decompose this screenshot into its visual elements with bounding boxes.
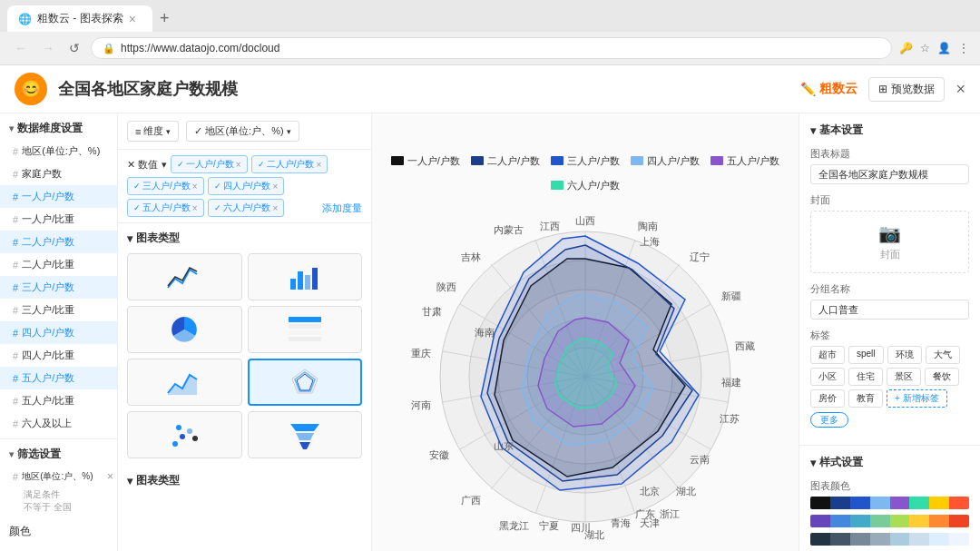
list-item[interactable]: # 三人户/比重 xyxy=(0,299,117,321)
chart-type-pie[interactable] xyxy=(127,306,242,353)
active-tab[interactable]: 🌐 粗数云 - 图表探索 × xyxy=(7,5,152,32)
list-item[interactable]: # 五人户/户数 xyxy=(0,367,117,389)
chart-type-table[interactable] xyxy=(248,306,363,353)
chart-type-label-2: 图表类型 xyxy=(136,473,180,488)
tag-item[interactable]: 超市 xyxy=(810,346,845,364)
cover-upload-area[interactable]: 📷 封面 xyxy=(810,211,969,273)
color-palette-3[interactable] xyxy=(810,533,969,546)
chart-type-radar[interactable] xyxy=(248,359,363,406)
style-title-label: 样式设置 xyxy=(819,455,863,470)
tab-title: 粗数云 - 图表探索 xyxy=(37,11,123,26)
list-item[interactable]: # 家庭户数 xyxy=(0,162,117,185)
tag-item[interactable]: 餐饮 xyxy=(925,368,959,386)
svg-text:四川: 四川 xyxy=(571,522,591,533)
svg-rect-3 xyxy=(312,268,318,290)
legend-item: 五人户/户数 xyxy=(710,154,779,168)
chart-type-funnel[interactable] xyxy=(248,411,363,458)
svg-rect-5 xyxy=(289,317,321,322)
tag-item[interactable]: 大气 xyxy=(926,346,960,364)
address-input[interactable]: 🔒 https://www.dataojo.com/docloud xyxy=(91,37,892,59)
category-input[interactable] xyxy=(810,300,969,320)
profile-icon[interactable]: 👤 xyxy=(937,42,951,54)
tag-item[interactable]: 住宅 xyxy=(848,368,883,386)
chart-type-line[interactable] xyxy=(127,253,242,300)
list-item[interactable]: # 四人户/比重 xyxy=(0,344,117,367)
measure-remove-btn[interactable]: × xyxy=(236,160,241,170)
tag-item[interactable]: 房价 xyxy=(810,389,845,408)
measure-tag[interactable]: ✓ 六人户/户数 × xyxy=(208,199,285,217)
measure-remove-btn[interactable]: × xyxy=(192,182,198,192)
chart-area: 一人户/户数 二人户/户数 三人户/户数 四人户/户数 五人户/户数 六人户/户… xyxy=(372,113,799,551)
middle-panel: ≡ 维度 ▾ ✓ 地区(单位:户、%) ▾ ✕ 数值 ▾ ✓ 一人户/户数 × … xyxy=(118,113,372,551)
list-item[interactable]: # 六人及以上 xyxy=(0,412,117,435)
list-item[interactable]: # 三人户/户数 xyxy=(0,276,117,299)
measure-tag[interactable]: ✓ 三人户/户数 × xyxy=(127,177,204,195)
measure-remove-btn[interactable]: × xyxy=(272,182,278,192)
tab-close-btn[interactable]: × xyxy=(129,12,136,26)
forward-btn[interactable]: → xyxy=(38,39,58,57)
chart-title-input[interactable] xyxy=(810,164,969,184)
right-panel: ▾ 基本设置 图表标题 封面 📷 封面 分组名称 标签 超市 spell 环境 … xyxy=(799,113,980,551)
list-item[interactable]: # 地区(单位:户、%) xyxy=(0,140,117,162)
menu-icon[interactable]: ⋮ xyxy=(958,42,969,54)
refresh-btn[interactable]: ↺ xyxy=(65,39,83,57)
list-item[interactable]: # 四人户/户数 xyxy=(0,321,117,344)
list-item[interactable]: # 一人户/比重 xyxy=(0,208,117,231)
list-item[interactable]: # 二人户/户数 xyxy=(0,231,117,253)
chart-type-title: 图表类型 xyxy=(136,231,180,246)
legend-item: 一人户/户数 xyxy=(391,154,460,168)
tag-item[interactable]: spell xyxy=(848,346,884,364)
brand-name: 粗数云 xyxy=(819,81,858,97)
color-label: 颜色 xyxy=(9,525,31,537)
color-palette-2[interactable] xyxy=(810,515,969,527)
svg-text:西藏: 西藏 xyxy=(735,340,755,351)
list-item[interactable]: # 二人户/比重 xyxy=(0,253,117,276)
unit-btn[interactable]: ✓ 地区(单位:户、%) ▾ xyxy=(186,121,299,142)
svg-point-15 xyxy=(187,428,192,434)
back-btn[interactable]: ← xyxy=(11,39,31,57)
chart-type-grid xyxy=(127,253,362,458)
filter-item[interactable]: # 地区(单位:户、%) × 满足条件 不等于 全国 xyxy=(0,466,117,518)
list-item[interactable]: # 一人户/户数 xyxy=(0,185,117,208)
svg-text:陕西: 陕西 xyxy=(436,281,456,292)
measure-tag[interactable]: ✓ 五人户/户数 × xyxy=(127,199,204,217)
svg-text:云南: 云南 xyxy=(690,454,710,465)
measure-remove-btn[interactable]: × xyxy=(316,160,321,170)
measure-tag[interactable]: ✓ 一人户/户数 × xyxy=(171,155,248,173)
legend-color xyxy=(391,156,404,165)
chart-type-bar[interactable] xyxy=(248,253,363,300)
svg-text:江苏: 江苏 xyxy=(720,413,740,424)
bookmark-icon[interactable]: ☆ xyxy=(920,42,930,54)
close-btn[interactable]: × xyxy=(956,80,965,99)
add-tag-btn[interactable]: + 新增标签 xyxy=(887,389,947,408)
measure-remove-btn[interactable]: × xyxy=(272,203,278,213)
measure-tag[interactable]: ✓ 四人户/户数 × xyxy=(208,177,285,195)
collapse-arrow[interactable]: ▾ xyxy=(9,123,14,133)
measure-tag[interactable]: ✓ 二人户/户数 × xyxy=(251,155,328,173)
filter-remove-btn[interactable]: × xyxy=(107,470,113,483)
filter-section: ▾ 筛选设置 # 地区(单位:户、%) × 满足条件 不等于 全国 颜色 xyxy=(0,438,117,545)
tag-item[interactable]: 环境 xyxy=(887,346,922,364)
measure-remove-btn[interactable]: × xyxy=(192,203,198,213)
legend-item: 六人户/户数 xyxy=(551,179,620,192)
color-palette-1[interactable] xyxy=(810,497,969,509)
tag-item[interactable]: 教育 xyxy=(848,389,883,408)
add-measure-btn[interactable]: 添加度量 xyxy=(322,202,362,215)
svg-text:河南: 河南 xyxy=(411,399,431,410)
more-tags-btn[interactable]: 更多 xyxy=(810,412,848,428)
legend-item: 四人户/户数 xyxy=(631,154,700,168)
svg-text:安徽: 安徽 xyxy=(429,449,449,460)
new-tab-btn[interactable]: + xyxy=(152,9,177,28)
brush-icon: ✏️ xyxy=(800,82,816,96)
list-item[interactable]: # 五人户/比重 xyxy=(0,389,117,412)
tags-section: 标签 超市 spell 环境 大气 小区 住宅 景区 餐饮 房价 教育 + 新增… xyxy=(810,329,969,427)
tag-item[interactable]: 小区 xyxy=(810,368,845,386)
chart-type-scatter[interactable] xyxy=(127,411,242,458)
chart-type-area[interactable] xyxy=(127,359,242,406)
svg-text:黑龙江: 黑龙江 xyxy=(499,520,529,531)
tag-item[interactable]: 景区 xyxy=(887,368,921,386)
svg-text:江西: 江西 xyxy=(540,221,560,231)
dimension-btn[interactable]: ≡ 维度 ▾ xyxy=(127,121,179,142)
chart-type-section-2: ▾ 图表类型 xyxy=(118,466,371,503)
preview-data-btn[interactable]: ⊞ 预览数据 xyxy=(868,77,945,102)
